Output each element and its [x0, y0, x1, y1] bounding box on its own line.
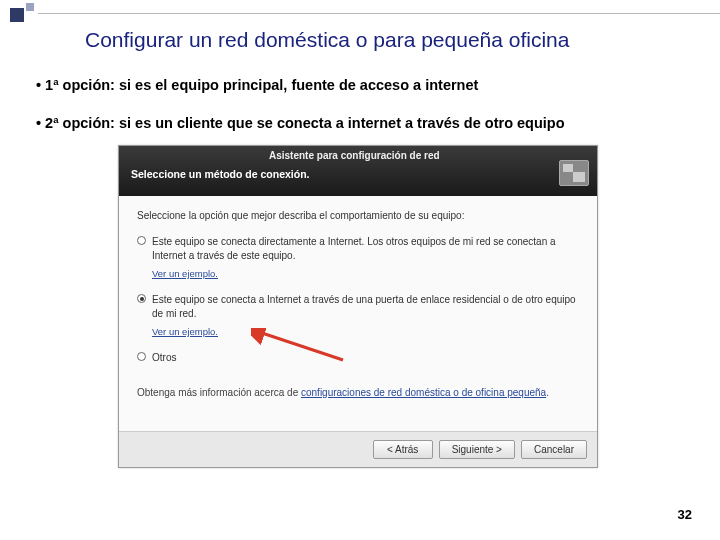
option-2-label: Este equipo se conecta a Internet a trav…	[152, 293, 579, 320]
deco-line	[38, 13, 720, 14]
option-3-row[interactable]: Otros	[137, 351, 579, 365]
deco-square-small	[26, 3, 34, 11]
radio-option-2[interactable]	[137, 294, 146, 303]
wizard-window-title: Asistente para configuración de red	[269, 150, 440, 161]
back-button[interactable]: < Atrás	[373, 440, 433, 459]
next-button[interactable]: Siguiente >	[439, 440, 515, 459]
bullet-list: 1ª opción: si es el equipo principal, fu…	[36, 75, 684, 152]
wizard-header: Asistente para configuración de red Sele…	[119, 146, 597, 196]
config-link[interactable]: configuraciones de red doméstica o de of…	[301, 387, 546, 398]
option-1-label: Este equipo se conecta directamente a In…	[152, 235, 579, 262]
page-number: 32	[678, 507, 692, 522]
wizard-body: Seleccione la opción que mejor describa …	[119, 196, 597, 431]
option-3-label: Otros	[152, 351, 176, 365]
bottom-info: Obtenga más información acerca de config…	[137, 387, 579, 398]
wizard-subtitle: Seleccione un método de conexión.	[131, 168, 310, 180]
radio-option-3[interactable]	[137, 352, 146, 361]
slide-decoration	[0, 0, 720, 24]
example-link-2[interactable]: Ver un ejemplo.	[152, 326, 218, 337]
wizard-footer: < Atrás Siguiente > Cancelar	[119, 431, 597, 467]
radio-option-1[interactable]	[137, 236, 146, 245]
bullet-1: 1ª opción: si es el equipo principal, fu…	[36, 75, 684, 95]
option-1-row[interactable]: Este equipo se conecta directamente a In…	[137, 235, 579, 262]
bottom-info-prefix: Obtenga más información acerca de	[137, 387, 301, 398]
option-2-row[interactable]: Este equipo se conecta a Internet a trav…	[137, 293, 579, 320]
bullet-2: 2ª opción: si es un cliente que se conec…	[36, 113, 684, 133]
example-link-1[interactable]: Ver un ejemplo.	[152, 268, 218, 279]
wizard-dialog: Asistente para configuración de red Sele…	[118, 145, 598, 468]
wizard-prompt: Seleccione la opción que mejor describa …	[137, 210, 579, 221]
slide-title: Configurar un red doméstica o para peque…	[85, 28, 569, 52]
network-icon	[559, 160, 589, 186]
deco-square-big	[10, 8, 24, 22]
cancel-button[interactable]: Cancelar	[521, 440, 587, 459]
